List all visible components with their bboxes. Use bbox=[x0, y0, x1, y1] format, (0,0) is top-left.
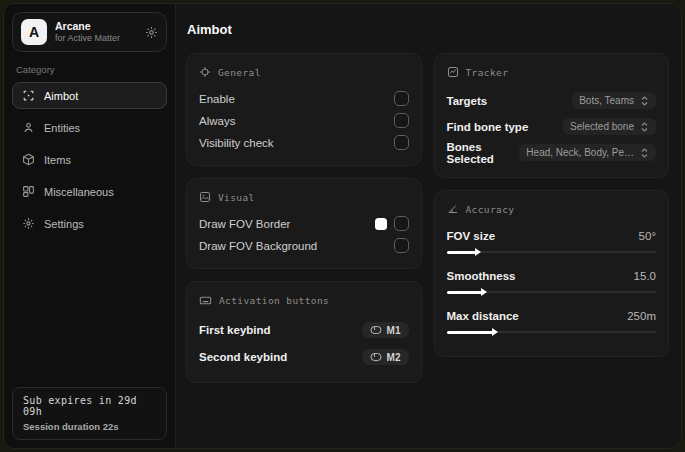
always-checkbox[interactable] bbox=[394, 113, 409, 128]
enable-checkbox[interactable] bbox=[394, 91, 409, 106]
panel-tracker: Tracker Targets Bots, Teams bbox=[434, 53, 670, 178]
setting-label: Bones Selected bbox=[447, 141, 520, 165]
sidebar-item-label: Entities bbox=[44, 122, 80, 134]
setting-label: Always bbox=[199, 115, 235, 127]
slider-row-fov-size: FOV size 50° bbox=[447, 225, 657, 256]
crosshair-scan-icon bbox=[22, 89, 35, 102]
settings-gear-icon bbox=[22, 217, 35, 230]
select-value: Head, Neck, Body, Pe… bbox=[526, 147, 634, 158]
panel-visual: Visual Draw FOV Border Draw FOV Backgrou… bbox=[186, 178, 422, 269]
app-logo: A bbox=[21, 19, 47, 45]
fov-size-slider[interactable] bbox=[447, 248, 657, 256]
sidebar-item-aimbot[interactable]: Aimbot bbox=[12, 82, 167, 109]
sidebar-item-miscellaneous[interactable]: Miscellaneous bbox=[12, 178, 167, 205]
setting-label: Draw FOV Border bbox=[199, 218, 290, 230]
setting-row-visibility-check: Visibility check bbox=[199, 132, 409, 153]
slider-fill bbox=[447, 331, 493, 334]
setting-row-draw-fov-background: Draw FOV Background bbox=[199, 235, 409, 256]
targets-select[interactable]: Bots, Teams bbox=[572, 92, 656, 109]
setting-label: Find bone type bbox=[447, 121, 529, 133]
keybind-row-second: Second keybind M2 bbox=[199, 344, 409, 370]
bones-selected-select[interactable]: Head, Neck, Body, Pe… bbox=[519, 144, 656, 161]
setting-row-enable: Enable bbox=[199, 88, 409, 109]
cube-icon bbox=[22, 153, 35, 166]
max-distance-slider[interactable] bbox=[447, 328, 657, 336]
slider-fill bbox=[447, 251, 476, 254]
panel-activation-buttons: Activation buttons First keybind M1 bbox=[186, 281, 422, 383]
slider-row-max-distance: Max distance 250m bbox=[447, 305, 657, 336]
image-icon bbox=[199, 191, 211, 203]
slider-fill bbox=[447, 291, 483, 294]
second-keybind-button[interactable]: M2 bbox=[362, 349, 409, 365]
mouse-icon bbox=[370, 352, 382, 362]
app-name: Arcane bbox=[55, 20, 137, 33]
sidebar-item-label: Items bbox=[44, 154, 71, 166]
sub-expires-text: Sub expires in 29d 09h bbox=[23, 395, 156, 417]
keybind-row-first: First keybind M1 bbox=[199, 317, 409, 343]
visibility-check-checkbox[interactable] bbox=[394, 135, 409, 150]
app-window: A Arcane for Active Matter Category Aimb bbox=[3, 3, 682, 449]
select-value: Bots, Teams bbox=[579, 95, 634, 106]
draw-fov-background-checkbox[interactable] bbox=[394, 238, 409, 253]
slider-value: 250m bbox=[627, 310, 656, 322]
setting-label: Max distance bbox=[447, 310, 519, 322]
setting-row-always: Always bbox=[199, 110, 409, 131]
chevron-up-down-icon bbox=[640, 122, 649, 132]
sidebar-item-settings[interactable]: Settings bbox=[12, 210, 167, 237]
setting-label: Draw FOV Background bbox=[199, 240, 317, 252]
smoothness-slider[interactable] bbox=[447, 288, 657, 296]
keybind-value: M2 bbox=[387, 352, 401, 363]
sidebar-item-entities[interactable]: Entities bbox=[12, 114, 167, 141]
setting-row-draw-fov-border: Draw FOV Border bbox=[199, 213, 409, 234]
sidebar: A Arcane for Active Matter Category Aimb bbox=[4, 4, 176, 448]
setting-label: Smoothness bbox=[447, 270, 516, 282]
panel-title: Visual bbox=[218, 192, 255, 203]
sidebar-item-label: Aimbot bbox=[44, 90, 78, 102]
chevron-up-down-icon bbox=[640, 148, 649, 158]
chevron-up-down-icon bbox=[640, 96, 649, 106]
panel-title: Activation buttons bbox=[219, 295, 329, 306]
app-subtitle: for Active Matter bbox=[55, 33, 137, 44]
session-duration-text: Session duration 22s bbox=[23, 421, 156, 432]
sidebar-item-label: Miscellaneous bbox=[44, 186, 114, 198]
slider-value: 15.0 bbox=[634, 270, 656, 282]
category-label: Category bbox=[16, 64, 163, 75]
setting-label: Enable bbox=[199, 93, 235, 105]
panel-title: Tracker bbox=[466, 67, 509, 78]
panel-title: Accuracy bbox=[466, 204, 515, 215]
crosshair-icon bbox=[199, 66, 211, 78]
tracker-row-bones-selected: Bones Selected Head, Neck, Body, Pe… bbox=[447, 140, 657, 165]
find-bone-type-select[interactable]: Selected bone bbox=[563, 118, 656, 135]
subscription-card: Sub expires in 29d 09h Session duration … bbox=[12, 387, 167, 440]
slider-row-smoothness: Smoothness 15.0 bbox=[447, 265, 657, 296]
tracker-row-find-bone-type: Find bone type Selected bone bbox=[447, 114, 657, 139]
select-value: Selected bone bbox=[570, 121, 634, 132]
panel-general: General Enable Always Visibility check bbox=[186, 53, 422, 166]
layout-grid-icon bbox=[22, 185, 35, 198]
setting-label: FOV size bbox=[447, 230, 496, 242]
mouse-icon bbox=[370, 325, 382, 335]
setting-label: Second keybind bbox=[199, 351, 287, 363]
first-keybind-button[interactable]: M1 bbox=[362, 322, 409, 338]
main-content: Aimbot General Enable bbox=[176, 4, 681, 448]
person-target-icon bbox=[22, 121, 35, 134]
keyboard-icon bbox=[199, 294, 212, 307]
panel-title: General bbox=[218, 67, 261, 78]
slider-value: 50° bbox=[639, 230, 656, 242]
draw-fov-border-checkbox[interactable] bbox=[394, 216, 409, 231]
sidebar-item-label: Settings bbox=[44, 218, 84, 230]
setting-label: First keybind bbox=[199, 324, 271, 336]
brand-card: A Arcane for Active Matter bbox=[12, 12, 167, 52]
setting-label: Visibility check bbox=[199, 137, 274, 149]
keybind-value: M1 bbox=[387, 325, 401, 336]
setting-label: Targets bbox=[447, 95, 488, 107]
radar-icon bbox=[447, 66, 459, 78]
panel-accuracy: Accuracy FOV size 50° bbox=[434, 190, 670, 357]
angle-icon bbox=[447, 203, 459, 215]
color-swatch[interactable] bbox=[375, 218, 387, 230]
sidebar-item-items[interactable]: Items bbox=[12, 146, 167, 173]
page-title: Aimbot bbox=[187, 22, 669, 37]
gear-icon[interactable] bbox=[145, 26, 158, 39]
tracker-row-targets: Targets Bots, Teams bbox=[447, 88, 657, 113]
